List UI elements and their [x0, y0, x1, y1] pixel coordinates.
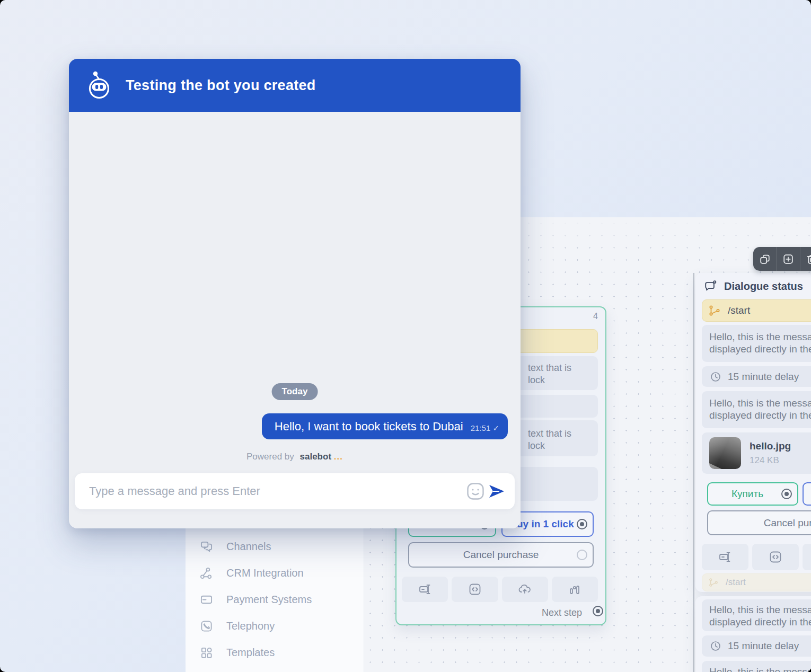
sidebar-item-label: Channels	[226, 541, 271, 553]
message-text-fragment: text that is	[528, 428, 571, 439]
dialogue-status-card[interactable]: Dialogue status /start Hello, this is th…	[695, 273, 811, 592]
salebot-brand-link[interactable]: salebot	[300, 452, 332, 462]
chat-body: Today Hello, I want to book tickets to D…	[69, 112, 521, 528]
sidebar-item-label: Templates	[226, 647, 275, 659]
attachment-size: 124 KB	[750, 455, 791, 466]
sidebar-item-crm-integration[interactable]: CRM Integration	[200, 566, 312, 580]
templates-icon	[200, 646, 213, 659]
dialogue-status-icon	[704, 280, 717, 293]
message-text-row[interactable]: Hello, this is the message displayed dir…	[702, 391, 811, 428]
message-time: 21:51 ✓	[471, 423, 499, 434]
sidebar-item-label: Telephony	[226, 620, 275, 632]
send-button[interactable]	[486, 481, 507, 502]
block-action-bar	[402, 577, 598, 602]
sidebar-item-label: Payment Systems	[226, 594, 312, 606]
start-command-label: /start	[726, 577, 746, 588]
sidebar-item-telephony[interactable]: Telephony	[200, 619, 312, 633]
attachment-name: hello.jpg	[750, 440, 791, 452]
telephony-icon	[200, 620, 213, 633]
send-icon	[488, 482, 506, 500]
sidebar-item-payment-systems[interactable]: Payment Systems	[200, 593, 312, 606]
cancel-purchase-button[interactable]: Cancel purchase	[408, 542, 594, 568]
block-title: Dialogue status	[724, 280, 803, 293]
connection-radio[interactable]	[577, 550, 587, 560]
buy-option-button[interactable]: Купить	[707, 482, 798, 506]
buy-in-1-click-button[interactable]: Buy in 1 click	[803, 482, 811, 506]
attachment-row[interactable]: hello.jpg 124 KB	[702, 432, 811, 474]
input-field-icon[interactable]	[702, 544, 748, 570]
sidebar-item-channels[interactable]: Channels	[200, 540, 312, 553]
message-text-row[interactable]: Hello, this is the message displayed dir…	[702, 325, 811, 362]
channels-icon	[200, 540, 213, 553]
clock-icon	[710, 641, 721, 651]
connection-radio[interactable]	[781, 489, 792, 499]
message-input-bar	[75, 473, 515, 509]
date-divider: Today	[272, 383, 318, 400]
chart-icon[interactable]	[552, 577, 598, 602]
cloud-upload-icon[interactable]	[502, 577, 548, 602]
connection-radio[interactable]	[577, 519, 587, 529]
next-step-radio[interactable]	[593, 606, 603, 616]
delay-label: 15 minute delay	[728, 371, 799, 383]
dialogue-status-header: Dialogue status	[704, 280, 803, 293]
block-count-badge: 4	[593, 312, 598, 321]
message-text-row[interactable]: Hello, this is the message displayed dir…	[702, 599, 811, 631]
emoji-button[interactable]	[465, 481, 486, 502]
code-icon[interactable]	[752, 544, 799, 570]
add-block-icon[interactable]	[776, 247, 799, 271]
trash-icon[interactable]	[800, 247, 811, 271]
message-text-fragment: lock	[528, 440, 545, 452]
chat-header: Testing the bot you created	[69, 59, 521, 112]
branch-icon	[709, 305, 720, 316]
start-command-row[interactable]: /start	[702, 299, 811, 322]
chat-title: Testing the bot you created	[126, 77, 316, 94]
sidebar-item-templates[interactable]: Templates	[200, 646, 312, 659]
cancel-purchase-button[interactable]: Cancel purchase	[707, 510, 811, 535]
message-text: Hello, I want to book tickets to Dubai	[275, 420, 463, 434]
clock-icon	[710, 372, 721, 382]
robot-icon	[86, 69, 112, 101]
canvas-guide-line	[693, 273, 694, 672]
message-text-fragment: text that is	[528, 362, 571, 374]
delay-row[interactable]: 15 minute delay	[702, 366, 811, 387]
sent-check-icon: ✓	[492, 423, 499, 432]
attachment-thumbnail[interactable]	[709, 437, 741, 469]
message-text-row[interactable]: Hello, this is the message displayed dir…	[702, 661, 811, 672]
copy-icon[interactable]	[753, 247, 776, 271]
bot-test-chat-window: Testing the bot you created Today Hello,…	[69, 59, 521, 528]
salebot-flow-editor-page: Channels CRM Integration Payment Systems…	[0, 0, 811, 672]
cloud-upload-icon[interactable]	[803, 544, 811, 570]
branch-icon	[709, 578, 718, 587]
payment-systems-icon	[200, 593, 213, 606]
emoji-icon	[466, 482, 485, 501]
input-field-icon[interactable]	[402, 577, 448, 602]
sidebar-item-label: CRM Integration	[226, 567, 304, 579]
code-icon[interactable]	[452, 577, 498, 602]
next-step-label: Next step	[542, 607, 582, 618]
canvas-toolbar	[753, 247, 811, 271]
editor-sidebar: Channels CRM Integration Payment Systems…	[200, 540, 312, 672]
block-action-bar	[702, 544, 811, 570]
delay-label: 15 minute delay	[728, 640, 799, 652]
message-text-fragment: lock	[528, 375, 545, 386]
powered-by: Powered by salebot ...	[69, 452, 521, 462]
faded-start-row[interactable]: /start	[702, 573, 811, 591]
sent-message-bubble: Hello, I want to book tickets to Dubai 2…	[262, 413, 508, 439]
next-message-card[interactable]: Hello, this is the message displayed dir…	[695, 596, 811, 672]
message-input[interactable]	[75, 484, 465, 499]
crm-integration-icon	[200, 567, 213, 580]
delay-row[interactable]: 15 minute delay	[702, 635, 811, 657]
start-command-label: /start	[728, 305, 750, 316]
